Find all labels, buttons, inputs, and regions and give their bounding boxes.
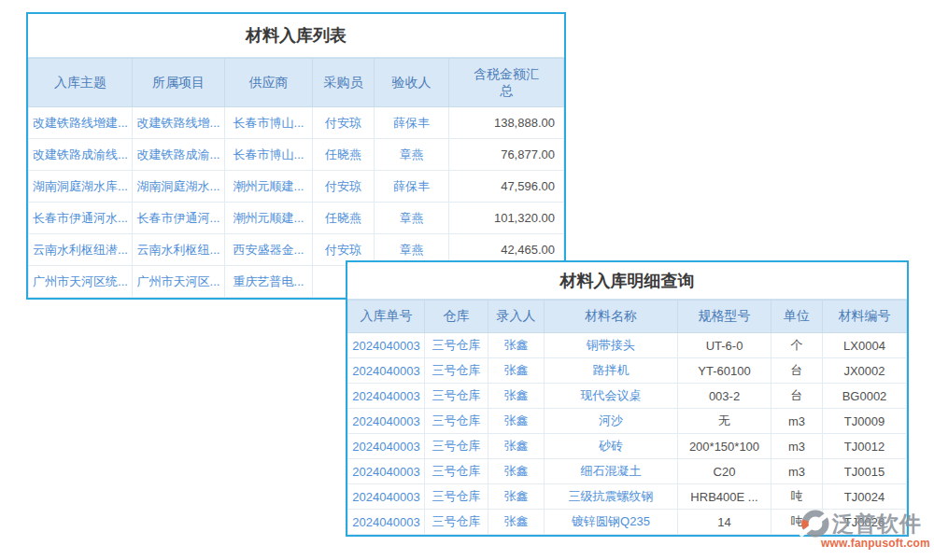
cell[interactable]: 2024040003 [348, 333, 425, 358]
cell[interactable]: 云南水利枢纽... [133, 234, 225, 266]
cell[interactable]: 张鑫 [488, 384, 545, 409]
table-row[interactable]: 2024040003三号仓库张鑫河沙无m3TJ0009 [348, 409, 907, 434]
cell: m3 [771, 409, 823, 434]
cell[interactable]: 改建铁路线增建... [29, 107, 133, 139]
cell[interactable]: 章燕 [375, 139, 449, 171]
cell: 003-2 [678, 384, 771, 409]
watermark: 泛普软件 www.fanpusoft.com [800, 508, 930, 550]
cell: TJ0009 [823, 409, 907, 434]
cell[interactable]: 2024040003 [348, 384, 425, 409]
table-row[interactable]: 湖南洞庭湖水库...湖南洞庭湖水...潮州元顺建...付安琼薛保丰47,596.… [29, 171, 564, 203]
table-row[interactable]: 2024040003三号仓库张鑫路拌机YT-60100台JX0002 [348, 358, 907, 384]
cell[interactable]: 张鑫 [488, 459, 545, 484]
cell[interactable]: 2024040003 [348, 358, 425, 384]
table-row[interactable]: 改建铁路线增建...改建铁路线增...长春市博山...付安琼薛保丰138,888… [29, 107, 564, 139]
cell[interactable]: 2024040003 [348, 510, 425, 535]
cell[interactable]: 广州市天河区统... [29, 266, 133, 298]
column-header: 入库单号 [348, 301, 425, 333]
watermark-brand-text: 泛普软件 [832, 510, 922, 539]
cell[interactable]: 细石混凝土 [545, 459, 678, 484]
cell[interactable]: 张鑫 [488, 484, 545, 510]
cell[interactable]: 三号仓库 [425, 358, 488, 384]
material-inbound-detail-table: 入库单号仓库录入人材料名称规格型号单位材料编号 2024040003三号仓库张鑫… [347, 300, 907, 535]
table-row[interactable]: 2024040003三号仓库张鑫三级抗震螺纹钢HRB400E ...吨TJ002… [348, 484, 907, 510]
cell: BG0002 [823, 384, 907, 409]
cell[interactable]: 云南水利枢纽潜... [29, 234, 133, 266]
cell: HRB400E ... [678, 484, 771, 510]
cell[interactable]: 付安琼 [313, 171, 375, 203]
fanpu-logo-icon [800, 508, 831, 539]
column-header: 录入人 [488, 301, 545, 333]
cell[interactable]: 三级抗震螺纹钢 [545, 484, 678, 510]
table-row[interactable]: 2024040003三号仓库张鑫砂砖200*150*100m3TJ0012 [348, 434, 907, 459]
column-header: 材料名称 [545, 301, 678, 333]
cell[interactable]: 潮州元顺建... [225, 171, 313, 203]
cell[interactable]: 三号仓库 [425, 459, 488, 484]
header-row: 入库单号仓库录入人材料名称规格型号单位材料编号 [348, 301, 907, 333]
header-row: 入库主题所属项目供应商采购员验收人含税金额汇总 [29, 59, 564, 107]
cell[interactable]: 三号仓库 [425, 484, 488, 510]
cell[interactable]: 张鑫 [488, 358, 545, 384]
cell[interactable]: 湖南洞庭湖水... [133, 171, 225, 203]
cell: 个 [771, 333, 823, 358]
cell[interactable]: 张鑫 [488, 434, 545, 459]
cell[interactable]: 铜带接头 [545, 333, 678, 358]
cell: m3 [771, 434, 823, 459]
material-inbound-detail-panel: 材料入库明细查询 入库单号仓库录入人材料名称规格型号单位材料编号 2024040… [346, 260, 909, 537]
cell[interactable]: 改建铁路成渝线... [29, 139, 133, 171]
cell[interactable]: 广州市天河区... [133, 266, 225, 298]
cell[interactable]: 付安琼 [313, 107, 375, 139]
cell[interactable]: 长春市伊通河水... [29, 203, 133, 234]
cell[interactable]: 湖南洞庭湖水库... [29, 171, 133, 203]
cell[interactable]: 长春市博山... [225, 139, 313, 171]
cell[interactable]: 三号仓库 [425, 333, 488, 358]
cell[interactable]: 砂砖 [545, 434, 678, 459]
cell[interactable]: 改建铁路线增... [133, 107, 225, 139]
table-row[interactable]: 2024040003三号仓库张鑫铜带接头UT-6-0个LX0004 [348, 333, 907, 358]
cell[interactable]: 任晓燕 [313, 203, 375, 234]
cell[interactable]: 河沙 [545, 409, 678, 434]
column-header: 入库主题 [29, 59, 133, 107]
cell[interactable]: 长春市伊通河... [133, 203, 225, 234]
cell[interactable]: 2024040003 [348, 459, 425, 484]
cell: m3 [771, 459, 823, 484]
cell[interactable]: 长春市博山... [225, 107, 313, 139]
panel-title-inbound-list: 材料入库列表 [28, 14, 564, 58]
cell[interactable]: 2024040003 [348, 434, 425, 459]
column-header: 材料编号 [823, 301, 907, 333]
panel-title-detail-query: 材料入库明细查询 [347, 262, 907, 300]
cell[interactable]: 薛保丰 [375, 171, 449, 203]
cell[interactable]: 三号仓库 [425, 409, 488, 434]
cell[interactable]: 薛保丰 [375, 107, 449, 139]
cell: YT-60100 [678, 358, 771, 384]
cell[interactable]: 三号仓库 [425, 510, 488, 535]
cell[interactable]: 2024040003 [348, 409, 425, 434]
table-row[interactable]: 改建铁路成渝线...改建铁路成渝...长春市博山...任晓燕章燕76,877.0… [29, 139, 564, 171]
cell[interactable]: 现代会议桌 [545, 384, 678, 409]
cell: 138,888.00 [449, 107, 564, 139]
cell[interactable]: 潮州元顺建... [225, 203, 313, 234]
cell: 76,877.00 [449, 139, 564, 171]
cell[interactable]: 镀锌圆钢Q235 [545, 510, 678, 535]
cell[interactable]: 2024040003 [348, 484, 425, 510]
cell: 200*150*100 [678, 434, 771, 459]
cell[interactable]: 三号仓库 [425, 434, 488, 459]
cell: 无 [678, 409, 771, 434]
cell[interactable]: 三号仓库 [425, 384, 488, 409]
column-header: 含税金额汇总 [449, 59, 564, 107]
cell[interactable]: 西安盛器金... [225, 234, 313, 266]
table-row[interactable]: 2024040003三号仓库张鑫细石混凝土C20m3TJ0015 [348, 459, 907, 484]
table-row[interactable]: 2024040003三号仓库张鑫现代会议桌003-2台BG0002 [348, 384, 907, 409]
cell[interactable]: 张鑫 [488, 333, 545, 358]
cell[interactable]: 任晓燕 [313, 139, 375, 171]
cell: TJ0015 [823, 459, 907, 484]
cell[interactable]: 改建铁路成渝... [133, 139, 225, 171]
cell: 台 [771, 384, 823, 409]
column-header: 规格型号 [678, 301, 771, 333]
cell[interactable]: 张鑫 [488, 409, 545, 434]
table-row[interactable]: 长春市伊通河水...长春市伊通河...潮州元顺建...任晓燕章燕101,320.… [29, 203, 564, 234]
cell[interactable]: 章燕 [375, 203, 449, 234]
cell[interactable]: 路拌机 [545, 358, 678, 384]
cell[interactable]: 重庆艺普电... [225, 266, 313, 298]
cell[interactable]: 张鑫 [488, 510, 545, 535]
